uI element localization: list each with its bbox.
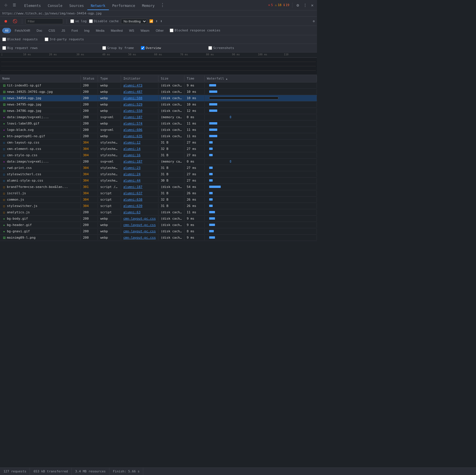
table-row[interactable]: □ common.js 304 script alumni:638 32 B 2… [0, 197, 317, 203]
initiator-link[interactable]: alumni:529 [123, 103, 142, 106]
initiator-link[interactable]: alumni:12 [123, 141, 141, 144]
initiator-link[interactable]: alumni:606 [123, 128, 142, 132]
initiator-link[interactable]: alumni:187 [123, 185, 142, 189]
initiator-link[interactable]: alumni:44 [123, 179, 141, 182]
disable-cache-label[interactable]: Disable cache [89, 19, 119, 23]
close-icon[interactable]: ✕ [310, 2, 315, 9]
blocked-requests-label[interactable]: Blocked requests [2, 37, 38, 41]
initiator-link[interactable]: alumni:14 [123, 147, 141, 151]
download-icon[interactable]: ⬇ [160, 19, 163, 23]
table-row[interactable]: ▪ btn-pagetop01-no.gif 200 webp alumni:6… [0, 133, 317, 140]
filter-other-btn[interactable]: Other [153, 28, 166, 33]
filter-js-btn[interactable]: JS [59, 28, 68, 33]
device-toolbar-btn[interactable]: ☰ [11, 2, 18, 9]
table-row[interactable]: 🖼 news-34454-ogp.jpg 200 webp alumni:508… [0, 95, 317, 101]
table-row[interactable]: □ styleswitcher.js 304 script alumni:639… [0, 203, 317, 209]
clear-btn[interactable]: 🚫 [12, 18, 18, 25]
initiator-link[interactable]: alumni:473 [123, 84, 142, 87]
overview-label[interactable]: Overview [141, 46, 161, 50]
col-header-type[interactable]: Type [98, 76, 121, 82]
table-row[interactable]: 🖼 news-34925-34701-ogp.jpg 200 webp alum… [0, 89, 317, 95]
filter-all-btn[interactable]: All [2, 28, 11, 33]
initiator-link[interactable]: alumni:187 [123, 115, 142, 119]
initiator-link[interactable]: alumni:24 [123, 172, 141, 176]
filter-font-btn[interactable]: Font [69, 28, 80, 33]
table-row[interactable]: ▪ bg-body.gif 200 webp cmn-layout-pc.css… [0, 216, 317, 222]
select-element-btn[interactable]: ⊹ [2, 2, 9, 9]
overview-checkbox[interactable] [141, 46, 145, 50]
table-row[interactable]: □ styleswitcherl.css 304 stylesheet alum… [0, 171, 317, 178]
screenshots-label[interactable]: Screenshots [208, 46, 234, 50]
col-header-name[interactable]: Name [0, 76, 81, 82]
initiator-link[interactable]: cmn-layout-pc.css [123, 217, 156, 220]
table-row[interactable]: ◈ data:image/svg+xml;... 200 svg+xml alu… [0, 114, 317, 120]
filter-media-btn[interactable]: Media [93, 28, 107, 33]
initiator-link[interactable]: cmn-layout-pc.css [123, 236, 156, 240]
blocked-cookies-label[interactable]: Blocked response cookies [170, 29, 220, 32]
col-header-waterfall[interactable]: Waterfall ▲ [205, 76, 317, 82]
tab-memory[interactable]: Memory [139, 2, 158, 10]
initiator-link[interactable]: alumni:639 [123, 204, 142, 208]
blocked-requests-checkbox[interactable] [2, 37, 6, 41]
table-row[interactable]: □ iscroll.js 304 script alumni:637 31 B … [0, 190, 317, 197]
col-header-initiator[interactable]: Initiator [121, 76, 158, 82]
filter-fetch-btn[interactable]: Fetch/XHR [12, 28, 33, 33]
table-row[interactable]: ▪ bg-header.gif 200 webp cmn-layout-pc.c… [0, 222, 317, 228]
initiator-link[interactable]: cmn-layout-pc.css [123, 223, 156, 227]
initiator-link[interactable]: cmn-layout-pc.css [123, 229, 156, 233]
preserve-log-checkbox[interactable] [70, 19, 74, 23]
big-rows-checkbox[interactable] [2, 46, 6, 50]
third-party-checkbox[interactable] [45, 37, 48, 41]
table-row[interactable]: 🖼 tit-index01-sp.gif 200 webp alumni:473… [0, 82, 317, 89]
blocked-cookies-checkbox[interactable] [170, 29, 173, 32]
initiator-link[interactable]: alumni:487 [123, 90, 142, 94]
col-header-status[interactable]: Status [81, 76, 98, 82]
table-row[interactable]: ◈ logo-black.svg 200 svg+xml alumni:606 … [0, 127, 317, 133]
table-row[interactable]: □ cmn-element-sp.css 304 stylesheet alum… [0, 146, 317, 152]
disable-cache-checkbox[interactable] [89, 19, 93, 23]
initiator-link[interactable]: alumni:637 [123, 191, 142, 195]
initiator-link[interactable]: alumni:187 [123, 160, 142, 163]
table-row[interactable]: 🖼 mainimg09-l.png 200 webp cmn-layout-pc… [0, 235, 317, 241]
table-row[interactable]: □ analytics.js 200 script alumni:63 (dis… [0, 209, 317, 216]
tab-console[interactable]: Console [44, 2, 66, 10]
filter-css-btn[interactable]: CSS [46, 28, 58, 33]
table-row[interactable]: □ cmn-style-sp.css 304 stylesheet alumni… [0, 152, 317, 159]
third-party-label[interactable]: 3rd-party requests [45, 37, 84, 41]
table-row[interactable]: 🖼 news-34795-ogp.jpg 200 webp alumni:529… [0, 101, 317, 108]
filter-img-btn[interactable]: Img [82, 28, 92, 33]
group-by-frame-checkbox[interactable] [102, 46, 106, 50]
more-tabs-btn[interactable]: ⋮ [159, 2, 166, 8]
gear-icon[interactable]: ⚙ [313, 19, 315, 23]
initiator-link[interactable]: alumni:16 [123, 153, 141, 157]
table-row[interactable]: ▪ lnavi-label09.gif 200 webp alumni:574 … [0, 120, 317, 127]
tab-elements[interactable]: Elements [21, 2, 44, 10]
filter-wasm-btn[interactable]: Wasm [138, 28, 152, 33]
initiator-link[interactable]: alumni:635 [123, 134, 142, 138]
timeline-chart[interactable] [0, 58, 317, 75]
table-row[interactable]: □ alumni-style-sp.css 304 stylesheet alu… [0, 178, 317, 184]
group-by-frame-label[interactable]: Group by frame [102, 46, 134, 50]
initiator-link[interactable]: alumni:550 [123, 109, 142, 113]
tab-sources[interactable]: Sources [66, 2, 87, 10]
initiator-link[interactable]: alumni:63 [123, 210, 141, 214]
upload-icon[interactable]: ⬆ [156, 19, 158, 23]
initiator-link[interactable]: alumni:638 [123, 198, 142, 201]
table-row[interactable]: □ rwd-print.css 304 stylesheet alumni:23… [0, 165, 317, 171]
filter-manifest-btn[interactable]: Manifest [108, 28, 125, 33]
table-row[interactable]: □ cmn-layout-sp.css 304 stylesheet alumn… [0, 140, 317, 146]
record-btn[interactable]: ⏺ [2, 18, 9, 25]
table-row[interactable]: □ brand?form=cse-search-box&lan... 301 s… [0, 184, 317, 190]
table-row[interactable]: ◈ data:image/svg+xml;... 200 svg+xml alu… [0, 159, 317, 165]
tab-performance[interactable]: Performance [109, 2, 139, 10]
col-header-size[interactable]: Size [158, 76, 184, 82]
filter-doc-btn[interactable]: Doc [34, 28, 45, 33]
wifi-icon[interactable]: 📶 [149, 19, 153, 23]
table-row[interactable]: 🖼 news-34786-ogp.jpg 200 webp alumni:550… [0, 108, 317, 114]
filter-input[interactable] [26, 18, 63, 24]
preserve-log-label[interactable]: ve log [70, 19, 87, 23]
table-row[interactable]: ▪ bg-gnavi.gif 200 webp cmn-layout-pc.cs… [0, 228, 317, 235]
initiator-link[interactable]: alumni:508 [123, 96, 142, 100]
tab-network[interactable]: Network [87, 2, 109, 10]
filter-ws-btn[interactable]: WS [126, 28, 137, 33]
